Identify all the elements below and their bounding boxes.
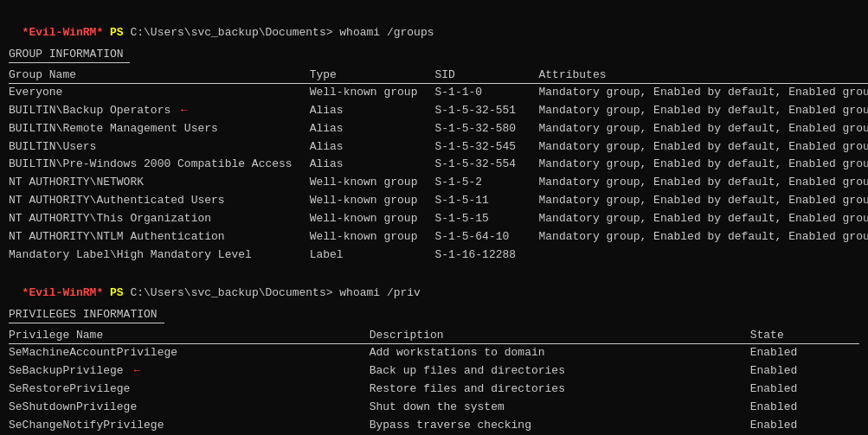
group-row-sid: S-1-5-11 <box>434 192 538 210</box>
group-row-attr: Mandatory group, Enabled by default, Ena… <box>538 210 868 228</box>
priv-row-name: SeRestorePrivilege <box>9 381 370 399</box>
group-row-type: Alias <box>310 120 435 138</box>
priv-row-desc: Restore files and directories <box>370 381 750 399</box>
priv-row-desc: Bypass traverse checking <box>370 417 750 435</box>
group-row-sid: S-1-5-32-580 <box>434 120 538 138</box>
group-col-type: Type <box>310 68 435 84</box>
group-table-row: BUILTIN\UsersAliasS-1-5-32-545Mandatory … <box>9 138 868 157</box>
group-row-name: BUILTIN\Users <box>9 138 310 157</box>
group-row-attr: Mandatory group, Enabled by default, Ena… <box>538 174 868 192</box>
priv-table-row: SeShutdownPrivilegeShut down the systemE… <box>9 399 859 417</box>
group-row-type: Well-known group <box>310 174 435 192</box>
group-section: GROUP INFORMATION Group Name Type SID At… <box>9 48 859 264</box>
evil-winrm-label-2: *Evil-WinRM* <box>23 286 104 299</box>
group-row-attr: Mandatory group, Enabled by default, Ena… <box>538 192 868 210</box>
priv-table-row: SeChangeNotifyPrivilegeBypass traverse c… <box>9 417 859 435</box>
group-row-attr: Mandatory group, Enabled by default, Ena… <box>538 120 868 138</box>
group-header: GROUP INFORMATION <box>9 48 859 61</box>
group-table-row: EveryoneWell-known groupS-1-1-0Mandatory… <box>9 84 868 102</box>
priv-row-desc: Back up files and directories <box>370 362 750 381</box>
group-row-name: NT AUTHORITY\NTLM Authentication <box>9 228 310 246</box>
group-table-row: NT AUTHORITY\NETWORKWell-known groupS-1-… <box>9 174 868 192</box>
priv-row-name: SeShutdownPrivilege <box>9 399 370 417</box>
priv-col-name: Privilege Name <box>9 329 370 344</box>
group-row-sid: S-1-16-12288 <box>434 246 538 265</box>
group-row-name: BUILTIN\Remote Management Users <box>9 120 310 138</box>
group-table-row: BUILTIN\Remote Management UsersAliasS-1-… <box>9 120 868 138</box>
group-row-attr: Mandatory group, Enabled by default, Ena… <box>538 84 868 102</box>
group-row-type: Well-known group <box>310 84 435 102</box>
priv-row-desc: Add workstations to domain <box>370 344 750 362</box>
group-row-sid: S-1-5-32-545 <box>434 138 538 157</box>
group-row-sid: S-1-5-2 <box>434 174 538 192</box>
group-row-type: Well-known group <box>310 210 435 228</box>
priv-row-state: Enabled <box>750 399 859 417</box>
group-table-row: Mandatory Label\High Mandatory LevelLabe… <box>9 246 868 265</box>
group-col-sid: SID <box>434 68 538 84</box>
priv-table-row: SeRestorePrivilegeRestore files and dire… <box>9 381 859 399</box>
group-row-sid: S-1-5-32-551 <box>434 102 538 120</box>
group-row-sid: S-1-5-15 <box>434 210 538 228</box>
priv-row-state: Enabled <box>750 362 859 381</box>
group-table: Group Name Type SID Attributes EveryoneW… <box>9 68 868 264</box>
priv-row-state: Enabled <box>750 417 859 435</box>
priv-col-desc: Description <box>370 329 750 344</box>
group-row-attr: Mandatory group, Enabled by default, Ena… <box>538 138 868 157</box>
priv-col-state: State <box>750 329 859 344</box>
group-table-row: BUILTIN\Backup Operators ←AliasS-1-5-32-… <box>9 102 868 120</box>
priv-header: PRIVILEGES INFORMATION <box>9 308 859 321</box>
priv-row-name: SeMachineAccountPrivilege <box>9 344 370 362</box>
group-row-attr <box>538 246 868 265</box>
group-row-name: NT AUTHORITY\Authenticated Users <box>9 192 310 210</box>
priv-section: PRIVILEGES INFORMATION Privilege Name De… <box>9 308 859 435</box>
cmd-1: whoami /groups <box>333 26 434 39</box>
priv-row-name: SeBackupPrivilege ← <box>9 362 370 381</box>
group-table-row: NT AUTHORITY\NTLM AuthenticationWell-kno… <box>9 228 868 246</box>
group-row-sid: S-1-1-0 <box>434 84 538 102</box>
prompt-line-2: *Evil-WinRM* PS C:\Users\svc_backup\Docu… <box>9 267 859 301</box>
group-row-type: Alias <box>310 138 435 157</box>
priv-row-desc: Shut down the system <box>370 399 750 417</box>
group-row-sid: S-1-5-64-10 <box>434 228 538 246</box>
group-table-row: BUILTIN\Pre-Windows 2000 Compatible Acce… <box>9 156 868 174</box>
group-row-name: BUILTIN\Backup Operators ← <box>9 102 310 120</box>
arrow-icon: ← <box>127 364 141 377</box>
group-row-type: Well-known group <box>310 228 435 246</box>
group-row-type: Alias <box>310 156 435 174</box>
priv-row-state: Enabled <box>750 344 859 362</box>
arrow-icon: ← <box>174 104 188 117</box>
priv-table-row: SeMachineAccountPrivilegeAdd workstation… <box>9 344 859 362</box>
priv-row-state: Enabled <box>750 381 859 399</box>
group-table-row: NT AUTHORITY\Authenticated UsersWell-kno… <box>9 192 868 210</box>
path-1: C:\Users\svc_backup\Documents> <box>130 26 332 39</box>
group-row-type: Label <box>310 246 435 265</box>
ps-label-2: PS <box>103 286 130 299</box>
path-2: C:\Users\svc_backup\Documents> <box>130 286 332 299</box>
group-row-type: Well-known group <box>310 192 435 210</box>
group-row-name: Everyone <box>9 84 310 102</box>
group-table-header-row: Group Name Type SID Attributes <box>9 68 868 84</box>
group-row-attr: Mandatory group, Enabled by default, Ena… <box>538 228 868 246</box>
group-row-name: Mandatory Label\High Mandatory Level <box>9 246 310 265</box>
group-row-attr: Mandatory group, Enabled by default, Ena… <box>538 156 868 174</box>
group-header-underline <box>9 62 130 63</box>
prompt-line-1: *Evil-WinRM* PS C:\Users\svc_backup\Docu… <box>9 7 859 41</box>
group-col-attr: Attributes <box>538 68 868 84</box>
priv-row-name: SeChangeNotifyPrivilege <box>9 417 370 435</box>
group-col-name: Group Name <box>9 68 310 84</box>
evil-winrm-label-1: *Evil-WinRM* <box>23 26 104 39</box>
group-row-name: NT AUTHORITY\This Organization <box>9 210 310 228</box>
group-row-type: Alias <box>310 102 435 120</box>
group-row-sid: S-1-5-32-554 <box>434 156 538 174</box>
group-row-name: BUILTIN\Pre-Windows 2000 Compatible Acce… <box>9 156 310 174</box>
ps-label-1: PS <box>103 26 130 39</box>
group-row-attr: Mandatory group, Enabled by default, Ena… <box>538 102 868 120</box>
group-table-row: NT AUTHORITY\This OrganizationWell-known… <box>9 210 868 228</box>
priv-header-underline <box>9 323 164 323</box>
group-row-name: NT AUTHORITY\NETWORK <box>9 174 310 192</box>
priv-table-header-row: Privilege Name Description State <box>9 329 859 344</box>
cmd-2: whoami /priv <box>333 286 421 299</box>
priv-table-row: SeBackupPrivilege ←Back up files and dir… <box>9 362 859 381</box>
priv-table: Privilege Name Description State SeMachi… <box>9 329 859 435</box>
